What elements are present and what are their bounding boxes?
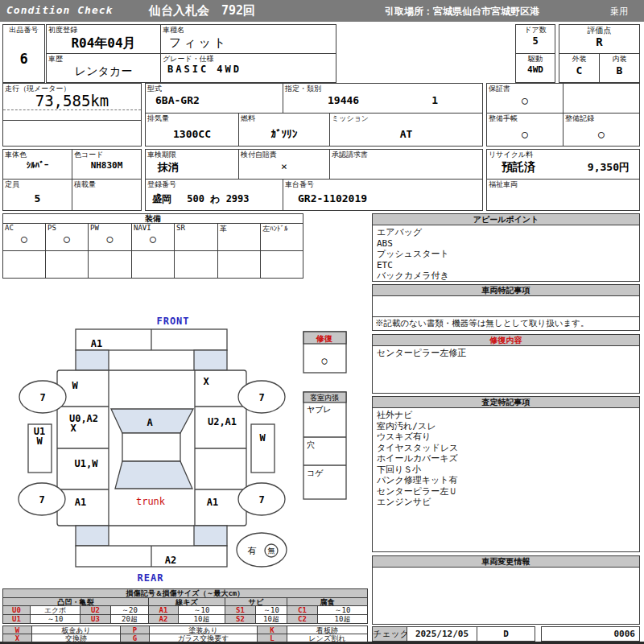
equipment-empty-cell [45,250,89,279]
history-cell: 車歴 レンタカー [46,53,161,83]
assessment-item: センターピラー左Ｕ [377,486,635,497]
roof-panel [122,433,180,461]
load-capacity-label: 積載量 [74,180,96,190]
assessment-item: 社外ナビ [377,410,635,421]
recycle-fee-value: 9,350円 [588,160,630,175]
legend-code: U1 [2,614,31,624]
tire-rear-left-depth: 7 [39,494,44,506]
check-date: 2025/12/05 [407,626,477,642]
assessment-item: 室内汚れ/スレ [377,421,635,432]
repair-flag-title: 修復 [316,334,332,343]
legend-code-x: X [2,634,32,642]
doors-value: 5 [516,35,555,47]
fuel-label: 燃料 [241,114,255,124]
history-value: レンタカー [47,64,160,79]
model-code-label: 型式 [147,84,162,94]
registration-number-value: 盛岡 500 わ 2993 [146,192,283,206]
exterior-grade-cell: 外装 C [559,53,600,83]
grade-value: BASIC 4WD [161,64,336,75]
recycle-fee-label: リサイクル料 [489,150,533,160]
chassis-number-label: 車台番号 [285,180,314,190]
model-code-value: 6BA-GR2 [146,94,283,106]
equipment-label-pw: PW [90,224,99,232]
taillight-right [194,526,227,546]
spare-yes-label: 有 [248,546,257,556]
legend-code: C2 [287,614,318,624]
color-code-label: 色コード [74,150,103,160]
legend-code: A2 [148,614,179,624]
insurance-label: 検付自賠責 [241,150,277,160]
condition-check-sheet: Condition Check 仙台入札会 792回 引取場所：宮城県仙台市宮城… [0,0,644,644]
chassis-number-value: GR2-1102019 [283,192,482,204]
repair-flag-mark: ○ [321,355,327,366]
front-door-right-mark: U2,A1 [208,416,237,427]
sill-right-mark: W [259,432,266,444]
inspection-value: 抹消 [146,160,238,175]
legend-code-g: G [120,634,150,642]
damage-diagram: FRONT A1 A W X U0,A2 X U2,A1 U1,W A1 A1 … [0,312,370,588]
rear-door-left-mark: U1,W [75,458,99,469]
mileage-cell: 走行（現メーター） 73,585km [2,83,142,121]
first-registration-cell: 初度登録 R04年04月 [46,24,161,54]
taillight-left [76,526,109,546]
legend-code: S2 [225,614,256,624]
assessment-item: 下回りＳ小 [377,464,635,476]
equipment-label-lhd: 左ﾊﾝﾄﾞﾙ [262,224,288,234]
first-registration-value: R04年04月 [47,35,160,52]
interior-grade-cell: 内装 B [599,53,640,83]
assessment-item: ホイールカバーキズ [377,453,635,464]
capacity-label: 定員 [5,180,19,190]
color-code-value: NH830M [72,160,141,171]
tire-front-right-depth: 7 [258,392,264,403]
history-label: 車歴 [48,54,63,64]
appeal-item: バックカメラ付き [377,270,635,282]
windshield-mark: A [147,417,153,428]
repair-detail-list: センターピラー左修正 [373,346,639,361]
maintenance-record-mark: ○ [564,128,639,140]
equipment-cell-ac: AC ○ [2,223,46,251]
equipment-mark-ac: ○ [3,233,45,245]
approval-request-cell: 承認請求書 [329,149,483,180]
sill-right-panel [251,424,275,473]
check-serial: 0006 [541,626,640,642]
fuel-cell: 燃料 ｶﾞｿﾘﾝ [238,113,330,147]
legend-value: 20超 [110,614,149,624]
drive-value: 4WD [516,64,555,75]
equipment-label-navi: NAVI [134,224,151,232]
lot-number-cell: 出品番号 6 [2,24,45,83]
quarter-right-mark: A1 [207,497,218,508]
exterior-grade-value: C [559,64,599,76]
tire-rear-right-depth: 7 [258,494,264,506]
equipment-mark-ps: ○ [46,233,88,245]
mileage-empty-cell [2,120,142,147]
class-number-value: 19446 [328,94,359,106]
spare-tire-indicator [237,533,287,567]
model-code-cell: 型式 6BA-GR2 [145,83,283,114]
appeal-item: ETC [377,260,635,271]
registration-number-cell: 登録番号 盛岡 500 わ 2993 [145,179,283,211]
cabin-trim-row-burn: コゲ [307,469,324,477]
legend-code-l: L [257,634,287,642]
capacity-value: 5 [3,192,72,204]
assessment-notes-box: 査定特記事項 社外ナビ 室内汚れ/スレ ウスキズ有り タイヤスタッドレス ホイー… [372,396,640,552]
equipment-cell-ps: PS ○ [45,223,89,251]
score-label: 評価点 [559,25,639,36]
vehicle-notes-disclaimer: ※記載のない書類・機器等は無しとして取り扱います。 [373,316,639,330]
color-code-cell: 色コード NH830M [72,149,142,180]
chassis-number-cell: 車台番号 GR2-1102019 [283,179,483,211]
grade-cell: グレード・仕様 BASIC 4WD [160,53,336,83]
repair-detail-item: センターピラー左修正 [377,348,635,359]
equipment-label-ps: PS [47,224,56,232]
recycle-fee-cell: リサイクル料 預託済 9,350円 [486,149,640,180]
front-bumper-mark: A1 [91,338,102,349]
transmission-cell: ミッション AT [329,113,483,147]
insurance-cell: 検付自賠責 × [238,149,330,180]
exterior-grade-label: 外装 [559,54,599,64]
warranty-mark: ○ [487,94,563,106]
front-fender-left-mark: W [72,380,78,391]
legend-value: レンズ割れ [287,634,368,642]
cabin-trim-row-tear: ヤブレ [307,405,332,414]
inspection-cell: 車検期限 抹消 [145,149,239,180]
legend-code: U3 [80,614,111,624]
capacity-cell: 定員 5 [2,179,72,211]
